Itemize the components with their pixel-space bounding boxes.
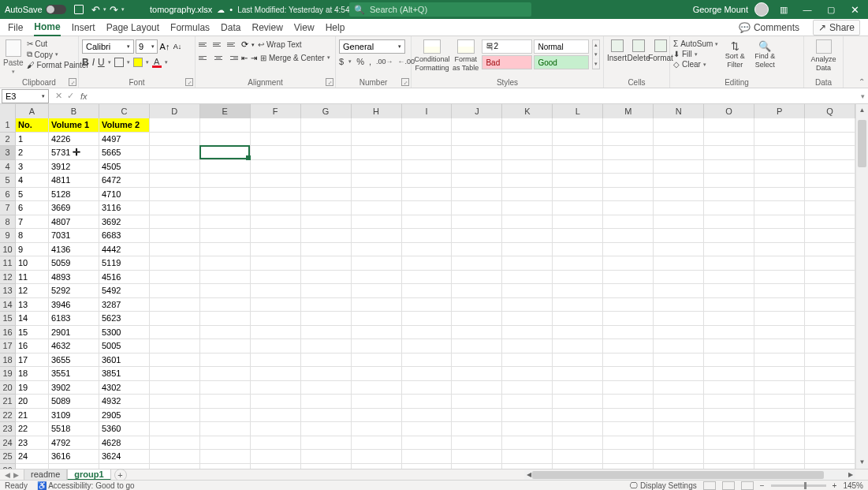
cell-K22[interactable] [502, 409, 553, 423]
cell-A15[interactable]: 14 [16, 312, 49, 326]
cell-M22[interactable] [603, 409, 654, 423]
cell-E12[interactable] [200, 271, 251, 285]
cell-F16[interactable] [251, 326, 301, 340]
cell-I12[interactable] [402, 271, 453, 285]
cell-style-title2[interactable]: 목2 [482, 39, 532, 54]
clipboard-dialog-launcher[interactable]: ⤢ [69, 78, 76, 86]
cell-P18[interactable] [754, 353, 805, 368]
cell-E9[interactable] [200, 229, 251, 243]
cell-I9[interactable] [402, 229, 453, 243]
cell-P19[interactable] [754, 367, 805, 381]
cell-J15[interactable] [452, 312, 502, 326]
cell-K9[interactable] [502, 229, 553, 243]
cell-C7[interactable]: 3116 [99, 201, 150, 215]
cell-J19[interactable] [452, 367, 502, 381]
cell-G19[interactable] [301, 367, 352, 381]
cell-F15[interactable] [251, 312, 301, 326]
cell-A21[interactable]: 20 [16, 395, 49, 409]
borders-button[interactable] [114, 58, 124, 67]
row-header-24[interactable]: 24 [0, 436, 15, 451]
cell-A23[interactable]: 22 [16, 422, 49, 436]
cell-P16[interactable] [754, 326, 805, 340]
filename-area[interactable]: tomography.xlsx ☁ • Last Modified: Yeste… [150, 5, 371, 14]
cell-K4[interactable] [502, 160, 553, 174]
cell-E5[interactable] [200, 174, 251, 188]
cell-H18[interactable] [352, 353, 402, 368]
cell-D7[interactable] [150, 201, 200, 215]
cell-I2[interactable] [402, 133, 453, 147]
column-header-D[interactable]: D [150, 104, 200, 118]
cell-L2[interactable] [553, 133, 603, 147]
minimize-button[interactable]: — [799, 1, 816, 18]
bold-button[interactable]: B [82, 57, 89, 68]
cell-D3[interactable] [150, 146, 200, 160]
cell-G22[interactable] [301, 409, 352, 423]
cell-M19[interactable] [603, 367, 654, 381]
fx-icon[interactable]: fx [80, 92, 91, 101]
cell-H3[interactable] [352, 146, 402, 160]
cell-E15[interactable] [200, 312, 251, 326]
cell-F25[interactable] [251, 450, 301, 464]
cell-C8[interactable]: 3692 [99, 215, 150, 230]
cell-F23[interactable] [251, 422, 301, 436]
vscroll-thumb[interactable] [858, 120, 866, 167]
cell-H11[interactable] [352, 256, 402, 271]
cell-O4[interactable] [704, 160, 754, 174]
cell-A16[interactable]: 15 [16, 326, 49, 340]
hscroll-thumb[interactable] [532, 471, 824, 479]
cell-O1[interactable] [704, 118, 754, 133]
align-left-button[interactable] [199, 53, 210, 62]
number-format-dropdown[interactable]: General▾ [339, 39, 405, 54]
cell-B4[interactable]: 3912 [49, 160, 99, 174]
maximize-button[interactable]: ▢ [822, 1, 840, 18]
cell-I17[interactable] [402, 339, 453, 353]
column-header-E[interactable]: E [200, 104, 251, 118]
share-button[interactable]: ↗Share [813, 20, 860, 36]
cell-N14[interactable] [654, 298, 704, 312]
zoom-in-button[interactable]: + [833, 481, 837, 490]
cell-E10[interactable] [200, 243, 251, 257]
fill-button[interactable]: ⬇Fill▾ [673, 50, 718, 58]
row-header-12[interactable]: 12 [0, 271, 15, 285]
name-box[interactable]: E3▾ [2, 89, 49, 103]
zoom-out-button[interactable]: − [760, 481, 765, 490]
cell-L22[interactable] [553, 409, 603, 423]
cell-P3[interactable] [754, 146, 805, 160]
cell-Q16[interactable] [805, 326, 855, 340]
cell-O25[interactable] [704, 450, 754, 464]
vertical-scrollbar[interactable]: ▲ ▼ [855, 104, 868, 469]
cell-M16[interactable] [603, 326, 654, 340]
tab-view[interactable]: View [294, 20, 315, 36]
cell-B3[interactable]: 5731 [49, 146, 99, 160]
cell-Q10[interactable] [805, 243, 855, 257]
font-size-dropdown[interactable]: 9▾ [136, 39, 158, 54]
cell-H10[interactable] [352, 243, 402, 257]
cell-H22[interactable] [352, 409, 402, 423]
cell-F5[interactable] [251, 174, 301, 188]
row-header-17[interactable]: 17 [0, 339, 15, 353]
cell-Q15[interactable] [805, 312, 855, 326]
cell-O15[interactable] [704, 312, 754, 326]
format-as-table-button[interactable]: Format as Table [453, 39, 479, 73]
cell-P9[interactable] [754, 229, 805, 243]
cell-O3[interactable] [704, 146, 754, 160]
cell-C9[interactable]: 6683 [99, 229, 150, 243]
cell-style-good[interactable]: Good [534, 55, 589, 69]
cell-I15[interactable] [402, 312, 453, 326]
cell-B6[interactable]: 5128 [49, 188, 99, 202]
cell-M6[interactable] [603, 188, 654, 202]
cell-B7[interactable]: 3669 [49, 201, 99, 215]
cell-F14[interactable] [251, 298, 301, 312]
collapse-ribbon-button[interactable]: ⌃ [859, 77, 865, 86]
cell-Q19[interactable] [805, 367, 855, 381]
row-header-22[interactable]: 22 [0, 409, 15, 423]
cell-L1[interactable] [553, 118, 603, 133]
cell-J8[interactable] [452, 215, 502, 230]
cell-D6[interactable] [150, 188, 200, 202]
accessibility-status[interactable]: ♿ Accessibility: Good to go [37, 481, 135, 490]
cell-C17[interactable]: 5005 [99, 339, 150, 353]
column-header-I[interactable]: I [402, 104, 453, 118]
cell-A3[interactable]: 2 [16, 146, 49, 160]
cell-L18[interactable] [553, 353, 603, 368]
cell-L12[interactable] [553, 271, 603, 285]
